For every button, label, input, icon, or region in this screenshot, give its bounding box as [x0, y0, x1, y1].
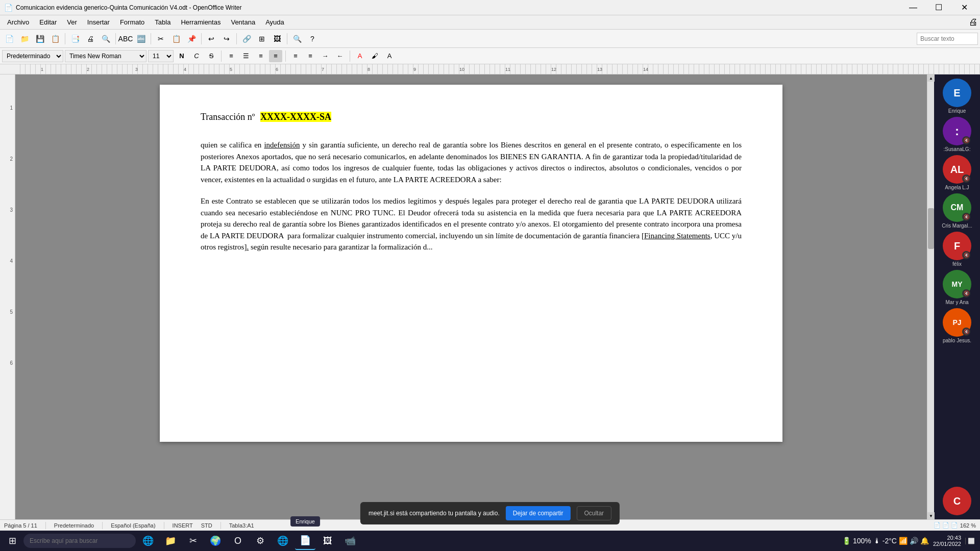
hide-button[interactable]: Ocultar [576, 506, 611, 520]
menu-formato[interactable]: Formato [115, 16, 150, 28]
list-btn[interactable]: ≡ [289, 50, 302, 62]
style-select[interactable]: Predeterminado [2, 50, 63, 62]
bold-button[interactable]: N [175, 50, 188, 62]
participant-susana[interactable]: : 🔇 :SusanaLG: [939, 117, 975, 152]
save-as-btn[interactable]: 📋 [48, 32, 62, 46]
menu-herramientas[interactable]: Herramientas [176, 16, 226, 28]
volume-icon: 🔊 [910, 537, 918, 545]
stop-sharing-button[interactable]: Dejar de compartir [506, 506, 571, 520]
notification-text: meet.jit.si está compartiendo tu pantall… [369, 510, 500, 517]
financing-link: Financing Statements [644, 232, 710, 240]
align-left-btn[interactable]: ≡ [225, 50, 238, 62]
open-btn[interactable]: 📁 [17, 32, 32, 46]
font-size-select[interactable]: 11 [148, 50, 174, 62]
strikethrough-button[interactable]: S [205, 50, 218, 62]
margin-num-3: 3 [10, 207, 13, 213]
new-btn[interactable]: 📄 [2, 32, 16, 46]
language-status: Español (España) [111, 522, 155, 529]
doc-scrollbar[interactable]: ▲ ▼ [927, 74, 934, 519]
search-input[interactable] [917, 33, 978, 45]
participant-angela[interactable]: AL 🔇 Angela L.J [939, 155, 975, 190]
taskbar-openoffice[interactable]: 📄 Enrique [295, 532, 315, 550]
help-btn[interactable]: ? [305, 32, 320, 46]
margin-num-6: 6 [10, 360, 13, 366]
separator [151, 33, 151, 44]
insert-img-btn[interactable]: 🖼 [270, 32, 284, 46]
participant-name-enrique: Enrique [948, 108, 966, 114]
highlight-btn[interactable]: 🖌 [368, 50, 381, 62]
font-select[interactable]: Times New Roman [65, 50, 146, 62]
doc-title: Transacción nº XXXX-XXXX-SA [201, 110, 742, 124]
participant-maryana[interactable]: MY 🔇 Mar y Ana [939, 270, 975, 305]
menu-tabla[interactable]: Tabla [150, 16, 176, 28]
scroll-down[interactable]: ▼ [927, 512, 935, 519]
minimize-button[interactable]: — [901, 0, 925, 15]
scroll-up[interactable]: ▲ [927, 74, 935, 82]
undo-btn[interactable]: ↩ [204, 32, 218, 46]
participant-enrique[interactable]: E Enrique [939, 79, 975, 114]
cut-btn[interactable]: ✂ [154, 32, 168, 46]
pdf-btn[interactable]: 📑 [68, 32, 82, 46]
indent-more-btn[interactable]: → [318, 50, 332, 62]
spell-btn[interactable]: ABC [118, 32, 133, 46]
time: 20:43 [933, 535, 961, 541]
taskbar-img[interactable]: 🖼 [317, 532, 338, 550]
paste-btn[interactable]: 📌 [184, 32, 199, 46]
taskbar-edge-browser[interactable]: 🌐 [138, 532, 158, 550]
participant-name-angela: Angela L.J [945, 185, 969, 190]
taskbar-settings[interactable]: ⚙ [250, 532, 271, 550]
taskbar-video[interactable]: 📹 [340, 532, 360, 550]
taskbar-chrome[interactable]: 🌐 [273, 532, 293, 550]
menu-ventana[interactable]: Ventana [226, 16, 260, 28]
menu-ayuda[interactable]: Ayuda [260, 16, 289, 28]
find-btn[interactable]: 🔍 [290, 32, 304, 46]
hyperlink-btn[interactable]: 🔗 [239, 32, 254, 46]
redo-btn[interactable]: ↪ [219, 32, 234, 46]
taskbar-browser[interactable]: 🌍 [205, 532, 226, 550]
taskbar-search[interactable] [23, 534, 136, 548]
align-justify-btn[interactable]: ≡ [269, 50, 282, 62]
formatting-toolbar: Predeterminado Times New Roman 11 N C S … [0, 48, 980, 64]
align-right-btn[interactable]: ≡ [254, 50, 267, 62]
menu-archivo[interactable]: Archivo [2, 16, 34, 28]
spell2-btn[interactable]: 🔤 [134, 32, 148, 46]
ruler: 1 2 3 4 5 6 7 8 9 10 11 12 13 14 [0, 64, 980, 74]
participant-felix[interactable]: F 🔇 félix [939, 232, 975, 267]
ordered-list-btn[interactable]: ≡ [304, 50, 317, 62]
taskbar-files[interactable]: 📁 [160, 532, 181, 550]
save-btn[interactable]: 💾 [33, 32, 47, 46]
notification-icon: 🔔 [920, 537, 929, 545]
left-margin: 1 2 3 4 5 6 [0, 74, 15, 519]
avatar-maryana: MY 🔇 [943, 270, 971, 298]
menu-ver[interactable]: Ver [62, 16, 82, 28]
table-btn[interactable]: ⊞ [255, 32, 269, 46]
align-center-btn[interactable]: ☰ [239, 50, 253, 62]
share-icon[interactable]: 🖨 [969, 17, 978, 28]
participant-name-felix: félix [952, 261, 962, 267]
taskbar-opera[interactable]: O [228, 532, 248, 550]
menu-editar[interactable]: Editar [34, 16, 62, 28]
margin-num-4: 4 [10, 258, 13, 264]
close-button[interactable]: ✕ [952, 0, 976, 15]
status-sep3 [164, 522, 164, 529]
show-desktop-btn[interactable]: ⬜ [965, 538, 977, 544]
taskbar-app3[interactable]: ✂ [183, 532, 203, 550]
italic-button[interactable]: C [190, 50, 203, 62]
participant-c[interactable]: C [939, 487, 975, 515]
bg-color-btn[interactable]: A [383, 50, 396, 62]
indent-less-btn[interactable]: ← [333, 50, 347, 62]
maximize-button[interactable]: ☐ [927, 0, 950, 15]
participant-cris[interactable]: CM 🔇 Cris Margal... [939, 193, 975, 229]
separator [115, 33, 116, 44]
font-color-btn[interactable]: A [353, 50, 366, 62]
start-button[interactable]: ⊞ [3, 532, 21, 550]
participant-pablo[interactable]: PJ 🔇 pablo Jesus. [939, 308, 975, 343]
doc-area[interactable]: Transacción nº XXXX-XXXX-SA quien se cal… [15, 74, 927, 519]
preview-btn[interactable]: 🔍 [99, 32, 113, 46]
copy-btn[interactable]: 📋 [169, 32, 183, 46]
scrollbar-thumb[interactable] [928, 208, 934, 249]
app-icon: 📄 [4, 4, 13, 12]
paragraph-1: quien se califica en indefensión y sin g… [201, 139, 742, 185]
print-btn[interactable]: 🖨 [83, 32, 97, 46]
menu-insertar[interactable]: Insertar [82, 16, 115, 28]
